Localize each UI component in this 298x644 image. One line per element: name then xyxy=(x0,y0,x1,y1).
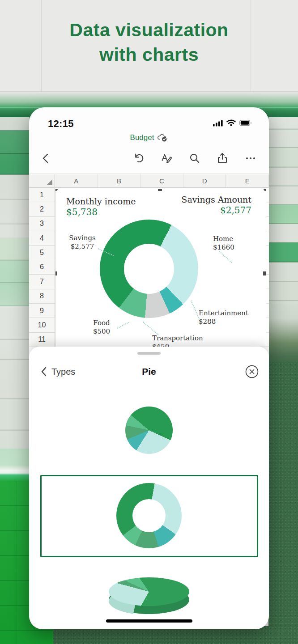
callout-value: $500 xyxy=(82,327,121,336)
background-felt-right xyxy=(268,362,298,644)
row-headers[interactable]: 1234567891011 xyxy=(29,188,55,347)
selection-handle-top-right[interactable] xyxy=(264,189,266,191)
row-header-9[interactable]: 9 xyxy=(29,304,55,318)
background-striped-rows-right xyxy=(268,117,298,368)
close-icon[interactable] xyxy=(245,364,259,379)
callout-label: Food xyxy=(82,319,121,327)
selection-handle-top-left[interactable] xyxy=(55,189,58,191)
share-icon[interactable] xyxy=(216,152,229,165)
callout-savings: Savings$2,577 xyxy=(63,234,102,251)
chart-value-left: $5,738 xyxy=(66,207,98,217)
column-header-B[interactable]: B xyxy=(98,174,141,187)
chart-title-left: Monthly income xyxy=(66,196,136,206)
callout-value: $450 xyxy=(152,343,219,347)
column-header-D[interactable]: D xyxy=(183,174,226,187)
budget-chart-object[interactable]: Monthly income $5,738 Savings Amount $2,… xyxy=(55,189,266,347)
row-header-7[interactable]: 7 xyxy=(29,275,55,289)
callout-value: $2,577 xyxy=(63,242,102,251)
select-all-corner[interactable] xyxy=(29,174,55,187)
column-header-C[interactable]: C xyxy=(140,174,183,187)
hero-title-line1: Data visualization xyxy=(0,18,298,42)
selection-handle-right[interactable] xyxy=(263,271,266,275)
selection-handle-top-center[interactable] xyxy=(158,189,162,191)
toolbar-divider xyxy=(29,174,269,174)
selection-handle-left[interactable] xyxy=(55,271,57,275)
callout-value: $288 xyxy=(199,318,261,326)
signal-icon xyxy=(213,119,223,127)
callout-entertainment: Entertainment$288 xyxy=(199,309,261,326)
option-pie-chart[interactable] xyxy=(125,407,173,454)
hero-title-line2: with charts xyxy=(0,42,298,67)
row-header-1[interactable]: 1 xyxy=(29,188,55,202)
status-time: 12:15 xyxy=(48,118,74,130)
background-striped-rows-left xyxy=(0,117,30,482)
callout-value: $1660 xyxy=(213,243,249,252)
column-header-E[interactable]: E xyxy=(226,174,269,187)
callout-label: Transportation xyxy=(152,334,219,343)
doughnut-preview-hole xyxy=(132,499,166,532)
undo-icon[interactable] xyxy=(132,152,145,165)
option-doughnut-selected-box[interactable] xyxy=(40,475,258,557)
chart-value-right: $2,577 xyxy=(220,205,251,216)
battery-icon xyxy=(239,120,252,126)
row-header-4[interactable]: 4 xyxy=(29,231,55,246)
chart-type-sheet: Types Pie xyxy=(29,347,269,629)
more-icon[interactable] xyxy=(244,152,257,165)
search-icon[interactable] xyxy=(188,152,201,165)
leader-line xyxy=(219,251,232,263)
callout-food: Food$500 xyxy=(82,319,121,336)
row-header-8[interactable]: 8 xyxy=(29,289,55,304)
chart-title-right: Savings Amount xyxy=(181,195,251,204)
callout-label: Entertainment xyxy=(199,309,261,318)
callout-label: Savings xyxy=(63,234,102,242)
select-all-triangle xyxy=(47,179,52,185)
back-icon[interactable] xyxy=(40,152,52,165)
sheet-title: Pie xyxy=(29,366,269,377)
cloud-synced-icon xyxy=(157,133,168,142)
row-header-6[interactable]: 6 xyxy=(29,260,55,275)
row-header-10[interactable]: 10 xyxy=(29,318,55,332)
column-headers[interactable]: ABCDE xyxy=(29,174,269,188)
document-title: Budget xyxy=(130,133,154,142)
document-title-row: Budget xyxy=(29,133,269,142)
callout-transportation: Transportation$450 xyxy=(152,334,219,347)
leader-line xyxy=(143,322,158,335)
phone-mockup: 12:15 xyxy=(29,107,269,629)
pie3d-top-face xyxy=(109,577,189,606)
row-header-3[interactable]: 3 xyxy=(29,217,55,231)
donut-hole xyxy=(124,244,174,294)
row-header-11[interactable]: 11 xyxy=(29,333,55,347)
callout-home: Home$1660 xyxy=(213,235,249,252)
wifi-icon xyxy=(226,119,236,127)
hero-title: Data visualization with charts xyxy=(0,18,298,67)
row-header-5[interactable]: 5 xyxy=(29,246,55,260)
row-header-2[interactable]: 2 xyxy=(29,202,55,216)
callout-label: Home xyxy=(213,235,249,243)
format-icon[interactable] xyxy=(160,152,173,165)
drag-handle[interactable] xyxy=(137,352,161,355)
column-header-A[interactable]: A xyxy=(55,174,98,187)
status-icons xyxy=(213,119,252,127)
home-indicator-bar[interactable] xyxy=(106,619,192,623)
screenshot-stage: Data visualization with charts 12:15 xyxy=(0,0,298,644)
